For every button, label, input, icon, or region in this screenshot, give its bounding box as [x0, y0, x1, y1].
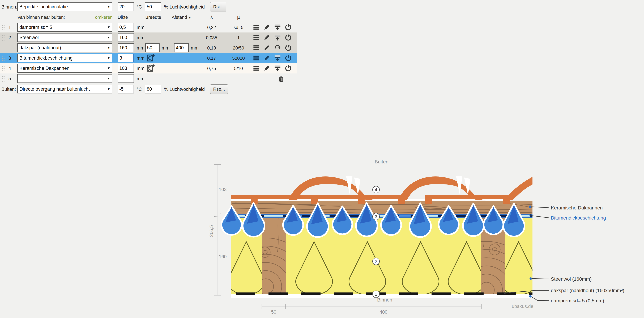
outside-temp-input[interactable] [118, 85, 134, 93]
layer-material-select[interactable]: Keramische Dakpannen▼ [17, 64, 112, 73]
chevron-down-icon: ▼ [107, 66, 110, 70]
layer-thickness-input[interactable] [118, 74, 134, 83]
rafter-thickness-input[interactable] [118, 43, 134, 52]
inside-temp-input[interactable] [118, 3, 134, 11]
layer-menu-button[interactable] [252, 54, 260, 62]
callout-rafter: dakspar (naaldhout) (160x50mm²) [551, 288, 624, 293]
layer-number: 3 [7, 55, 12, 61]
callout-dot-bitumen [530, 214, 532, 217]
dim-tiles-label: 103 [219, 187, 226, 192]
layer-thickness-input[interactable] [118, 64, 134, 73]
rsi-button[interactable]: Rsi... [210, 2, 226, 12]
layer-toggle-button[interactable] [284, 54, 292, 62]
layer-edit-button[interactable] [262, 64, 271, 73]
inside-humidity-label: % Luchtvochtigheid [164, 4, 205, 10]
callout-dot-insulation [530, 277, 532, 280]
marker-3: 3 [372, 213, 380, 220]
table-header-row: Van binnen naar buiten: omkeren Dikte Br… [0, 15, 297, 21]
rafter-material-select[interactable]: dakspar (naaldhout)▼ [17, 43, 112, 52]
grain-section-icon[interactable] [146, 64, 155, 73]
layer-edit-button[interactable] [262, 43, 271, 52]
delete-layer-button[interactable] [277, 74, 285, 83]
unit-mm: mm [137, 25, 144, 30]
inside-environment-row: Binnen: Beperkte luchtcirculatie▼ °C % L… [0, 2, 297, 12]
callout-insulation: Steenwol (160mm) [551, 276, 592, 282]
layer-menu-button[interactable] [252, 23, 260, 32]
layer-menu-button[interactable] [252, 43, 260, 52]
unit-mm: mm [137, 55, 144, 61]
roof-tile-3 [504, 177, 532, 200]
unit-mm: mm [137, 45, 144, 51]
layer-toggle-button[interactable] [284, 64, 292, 73]
watermark: ubakus.de [512, 304, 533, 309]
inside-humidity-input[interactable] [145, 3, 161, 11]
grain-section-icon[interactable] [146, 54, 155, 63]
layer-number: 2 [7, 35, 12, 40]
rafter-width-input[interactable] [145, 43, 160, 52]
drag-handle-icon[interactable] [2, 34, 5, 41]
rafter-spacing-input[interactable] [174, 43, 189, 52]
rse-button[interactable]: Rse... [210, 84, 228, 94]
layer-edit-button[interactable] [262, 23, 271, 32]
layer-row-2: 2 Steenwol▼ mm 0,035 1 [0, 33, 297, 43]
chevron-down-icon: ▼ [107, 87, 110, 91]
mu-value: 20/50 [226, 45, 252, 51]
chevron-down-icon: ▼ [107, 25, 110, 29]
layer-number: 1 [7, 25, 12, 30]
dim-insulation-label: 160 [219, 254, 226, 259]
layer-thickness-input[interactable] [118, 33, 134, 42]
unit-mm: mm [137, 76, 144, 81]
layer-material-select[interactable]: Steenwol▼ [17, 33, 112, 42]
layer-toggle-button[interactable] [284, 23, 292, 32]
layer-thickness-input[interactable] [118, 23, 134, 32]
outside-temp-unit: °C [137, 86, 142, 92]
drag-handle-icon[interactable] [2, 65, 5, 72]
layer-number: 4 [7, 66, 12, 71]
chevron-down-icon: ▼ [107, 56, 110, 60]
svg-text:2: 2 [375, 259, 377, 264]
inside-label: Binnen: [2, 4, 17, 10]
layer-edit-button[interactable] [262, 54, 271, 62]
inside-label: Binnen [377, 297, 392, 302]
layer-material-select[interactable]: ▼ [17, 74, 112, 83]
layer-insert-button[interactable] [273, 33, 282, 42]
layer-toggle-button[interactable] [284, 43, 292, 52]
layer-insert-button[interactable] [273, 54, 282, 62]
layer-menu-button[interactable] [252, 64, 260, 73]
drag-handle-icon[interactable] [2, 55, 5, 62]
marker-1: 1 [372, 291, 380, 298]
dim-rafter-width-label: 50 [271, 309, 276, 315]
layer-row-1: 1 damprem sd= 5▼ mm 0,22 sd=5 [0, 22, 297, 33]
layer-menu-button[interactable] [252, 33, 260, 42]
col-thickness: Dikte [118, 15, 128, 20]
layer-thickness-input[interactable] [118, 54, 134, 62]
mu-value: sd=5 [226, 25, 252, 30]
layer-row-2-rafter: dakspar (naaldhout)▼ mm mm mm 0,13 20/50 [0, 43, 297, 53]
mu-value: 1 [226, 35, 252, 40]
outside-label: Buiten: [2, 86, 16, 92]
drag-handle-icon[interactable] [2, 75, 5, 82]
layer-material-select[interactable]: damprem sd= 5▼ [17, 23, 112, 32]
layer-number: 5 [7, 76, 12, 81]
marker-4: 4 [372, 186, 380, 193]
drag-handle-icon[interactable] [2, 24, 5, 31]
unit-mm: mm [162, 45, 170, 51]
layer-row-4: 4 Keramische Dakpannen▼ mm 0,75 5/10 [0, 63, 297, 73]
col-lambda: λ [200, 15, 224, 20]
col-spacing[interactable]: Afstand ▼ [172, 15, 191, 20]
layer-toggle-button[interactable] [284, 33, 292, 42]
outside-humidity-label: % Luchtvochtigheid [164, 86, 205, 92]
outside-humidity-input[interactable] [145, 85, 161, 93]
invert-link[interactable]: omkeren [95, 15, 112, 20]
inside-material-select[interactable]: Beperkte luchtcirculatie▼ [17, 3, 112, 11]
outside-environment-row: Buiten: Directe overgang naar buitenluch… [0, 84, 297, 94]
layer-row-5: 5 ▼ mm [0, 73, 297, 84]
layer-insert-button[interactable] [273, 64, 282, 73]
chevron-down-icon: ▼ [107, 77, 110, 80]
layer-insert-button[interactable] [273, 23, 282, 32]
layer-edit-button[interactable] [262, 33, 271, 42]
callout-bitumen[interactable]: Bitumendickbeschichtung [551, 215, 606, 221]
rafter-rotate-button[interactable] [273, 43, 282, 52]
outside-material-select[interactable]: Directe overgang naar buitenlucht▼ [17, 85, 112, 93]
layer-material-select[interactable]: Bitumendickbeschichtung▼ [17, 54, 112, 62]
